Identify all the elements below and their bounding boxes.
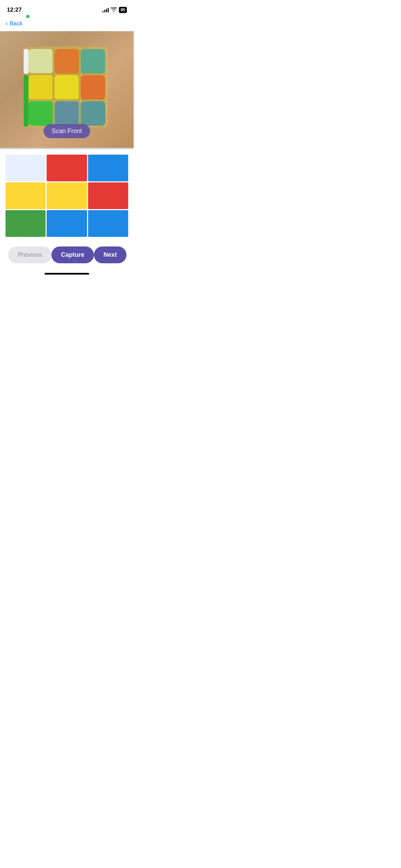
wifi-icon <box>111 7 117 13</box>
color-cell-1[interactable] <box>47 155 87 181</box>
color-cell-5[interactable] <box>88 182 128 209</box>
next-button[interactable]: Next <box>94 246 126 263</box>
green-dot-indicator <box>26 15 29 18</box>
color-cell-6[interactable] <box>5 210 46 237</box>
svg-rect-5 <box>54 75 79 100</box>
svg-rect-2 <box>54 49 79 74</box>
color-cell-3[interactable] <box>5 182 46 209</box>
signal-icon <box>102 8 109 12</box>
svg-rect-14 <box>24 49 28 74</box>
battery-level: 95 <box>121 8 125 12</box>
bottom-buttons: Previous Capture Next <box>0 242 134 270</box>
capture-button[interactable]: Capture <box>51 246 94 263</box>
nav-bar: ‹ Back <box>0 17 134 31</box>
camera-view: Scan Front <box>0 31 134 148</box>
svg-rect-1 <box>28 49 53 74</box>
svg-rect-3 <box>81 49 105 74</box>
status-time: 12:27 <box>7 7 22 13</box>
svg-rect-8 <box>54 101 79 126</box>
home-indicator <box>0 270 134 280</box>
battery-icon: 95 <box>119 7 127 13</box>
status-icons: 95 <box>102 7 127 13</box>
color-grid <box>5 155 128 237</box>
svg-rect-15 <box>24 75 28 126</box>
svg-rect-9 <box>81 101 105 126</box>
home-bar <box>45 273 89 275</box>
back-chevron-icon: ‹ <box>5 20 8 27</box>
color-cell-8[interactable] <box>88 210 128 237</box>
color-cell-4[interactable] <box>47 182 87 209</box>
color-cell-2[interactable] <box>88 155 128 181</box>
back-button[interactable]: ‹ Back <box>5 20 23 27</box>
svg-rect-6 <box>81 75 105 100</box>
color-cell-0[interactable] <box>5 155 46 181</box>
scan-front-label: Scan Front <box>44 124 90 138</box>
color-grid-section <box>0 149 134 242</box>
previous-button[interactable]: Previous <box>8 246 51 263</box>
svg-rect-4 <box>28 75 53 100</box>
rubiks-cube-image <box>19 41 115 132</box>
status-bar: 12:27 95 <box>0 0 134 17</box>
color-cell-7[interactable] <box>47 210 87 237</box>
back-label: Back <box>10 20 23 27</box>
svg-rect-7 <box>28 101 53 126</box>
